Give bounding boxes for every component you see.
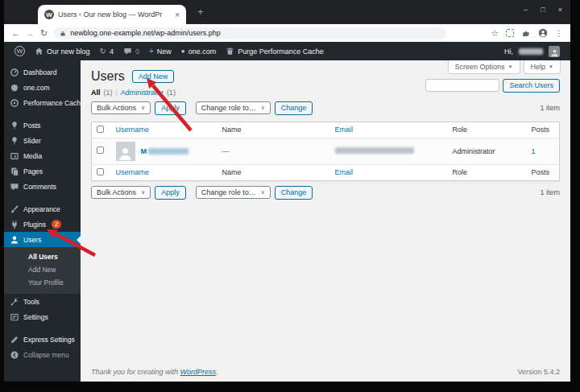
forward-icon[interactable]: → <box>26 29 35 38</box>
sidebar-item-collapse-menu[interactable]: Collapse menu <box>4 347 81 362</box>
search-users-button[interactable]: Search Users <box>503 79 560 93</box>
browser-tab-strip: W Users ‹ Our new blog — WordPr × + – □ … <box>4 0 570 24</box>
column-posts: Posts <box>527 164 560 180</box>
change-role-select[interactable]: Change role to… ∨ <box>196 186 271 199</box>
username-link[interactable]: M <box>141 147 189 155</box>
sidebar-item-dashboard[interactable]: Dashboard <box>4 64 81 80</box>
sidebar-item-users[interactable]: Users <box>4 232 81 247</box>
browser-profile-icon[interactable] <box>538 28 548 38</box>
help-toggle[interactable]: Help ▼ <box>524 60 561 74</box>
my-account-menu[interactable]: Hi, <box>499 46 565 57</box>
purge-cache-menu[interactable]: Purge Performance Cache <box>221 47 329 56</box>
search-users-input[interactable] <box>425 79 499 92</box>
site-name-menu[interactable]: Our new blog <box>30 47 95 56</box>
updates-menu[interactable]: ↻ 4 <box>95 47 118 56</box>
new-content-menu[interactable]: + New <box>144 47 176 56</box>
sidebar-item-plugins[interactable]: Plugins 2 <box>4 217 81 232</box>
media-icon <box>10 151 19 161</box>
submenu-your-profile[interactable]: Your Profile <box>4 276 81 289</box>
sidebar-item-comments[interactable]: Comments <box>4 179 81 194</box>
sidebar-item-media[interactable]: Media <box>4 148 81 163</box>
main-content: Screen Options ▼ Help ▼ Users Add New Se… <box>81 60 570 382</box>
refresh-icon[interactable]: ↻ <box>40 29 48 38</box>
chevron-down-icon: ▼ <box>508 64 513 69</box>
column-email[interactable]: Email <box>335 168 354 176</box>
apply-button[interactable]: Apply <box>155 186 186 200</box>
sidebar-item-performance-cache[interactable]: Performance Cache <box>4 95 81 110</box>
sidebar-item-posts[interactable]: Posts <box>4 118 81 133</box>
wordpress-favicon-icon: W <box>44 10 54 19</box>
submenu-all-users[interactable]: All Users <box>4 250 81 263</box>
plugins-update-badge: 2 <box>52 220 61 229</box>
chevron-down-icon: ∨ <box>261 105 265 111</box>
wordpress-link[interactable]: WordPress <box>180 368 217 376</box>
circle-icon <box>10 83 19 93</box>
user-person-icon <box>10 235 19 245</box>
column-name: Name <box>218 164 330 180</box>
sidebar-item-pages[interactable]: Pages <box>4 163 81 179</box>
admin-footer: Thank you for creating with WordPress. V… <box>91 368 560 376</box>
maximize-button[interactable]: □ <box>541 6 545 14</box>
select-all-checkbox[interactable] <box>97 126 104 133</box>
window-controls: – □ × <box>524 6 562 14</box>
column-email[interactable]: Email <box>335 126 354 134</box>
blurred-username <box>519 48 543 55</box>
filter-all[interactable]: All <box>91 89 101 97</box>
column-username[interactable]: Username <box>116 126 150 134</box>
extensions-puzzle-icon[interactable] <box>521 28 531 38</box>
browser-tab[interactable]: W Users ‹ Our new blog — WordPr × <box>38 5 186 24</box>
version-label: Version 5.4.2 <box>517 368 560 376</box>
column-username[interactable]: Username <box>116 168 150 176</box>
select-all-checkbox[interactable] <box>97 168 104 175</box>
pushpin-icon <box>10 121 19 130</box>
footer-thanks: Thank you for creating with WordPress. <box>91 368 218 376</box>
wp-logo-menu[interactable]: W <box>10 46 30 56</box>
screen-options-toggle[interactable]: Screen Options ▼ <box>448 60 520 74</box>
change-role-select[interactable]: Change role to… ∨ <box>196 101 271 114</box>
sidebar-item-slider[interactable]: Slider <box>4 133 81 148</box>
sidebar-item-onecom[interactable]: one.com <box>4 80 81 95</box>
pencil-icon <box>10 335 19 345</box>
sidebar-item-express-settings[interactable]: Express Settings <box>4 332 81 347</box>
sidebar-item-settings[interactable]: Settings <box>4 309 81 324</box>
url-bar[interactable]: newblog.one-example.net/wp-admin/users.p… <box>53 27 446 39</box>
filter-administrator[interactable]: Administrator <box>121 89 164 97</box>
add-new-button[interactable]: Add New <box>132 70 175 84</box>
close-button[interactable]: × <box>558 6 562 14</box>
updates-icon: ↻ <box>100 47 106 56</box>
row-checkbox[interactable] <box>97 146 104 154</box>
browser-menu-kebab-icon[interactable]: ⋮ <box>555 29 563 38</box>
bottom-bulk-actions-bar: Bulk Actions ∨ Apply Change role to… ∨ C… <box>91 186 560 200</box>
toolbar-right-icons: ☆ ⋮ <box>491 28 563 39</box>
bookmark-star-icon[interactable]: ☆ <box>491 28 499 39</box>
top-bulk-actions-bar: Bulk Actions ∨ Apply Change role to… ∨ C… <box>91 101 560 115</box>
change-button[interactable]: Change <box>275 186 313 200</box>
pushpin-icon <box>10 136 19 146</box>
column-role: Role <box>448 164 527 180</box>
comments-menu[interactable]: 0 <box>118 47 144 56</box>
posts-count-link[interactable]: 1 <box>532 147 536 155</box>
change-button[interactable]: Change <box>275 101 313 115</box>
brush-icon <box>10 204 19 214</box>
column-role: Role <box>448 122 527 138</box>
wp-sidebar-menu: Dashboard one.com Performance Cache Post… <box>4 60 81 382</box>
back-icon[interactable]: ← <box>11 29 20 38</box>
screenshot-extension-icon[interactable] <box>506 29 514 37</box>
wp-admin-bar: W Our new blog ↻ 4 0 + New ● one.com <box>4 42 570 60</box>
settings-panel-icon <box>10 312 19 322</box>
new-tab-button[interactable]: + <box>197 6 204 18</box>
tab-close-icon[interactable]: × <box>175 10 180 19</box>
bulk-actions-select[interactable]: Bulk Actions ∨ <box>91 186 151 199</box>
minimize-button[interactable]: – <box>524 6 528 14</box>
bulk-actions-select[interactable]: Bulk Actions ∨ <box>91 101 151 114</box>
sidebar-item-appearance[interactable]: Appearance <box>4 201 81 217</box>
dashboard-gauge-icon <box>10 68 19 77</box>
cell-name: — <box>218 138 330 164</box>
url-text: newblog.one-example.net/wp-admin/users.p… <box>70 29 221 37</box>
onecom-menu[interactable]: ● one.com <box>176 47 221 56</box>
submenu-add-new[interactable]: Add New <box>4 263 81 276</box>
apply-button[interactable]: Apply <box>155 101 186 115</box>
chevron-down-icon: ∨ <box>261 189 265 196</box>
sidebar-item-tools[interactable]: Tools <box>4 294 81 309</box>
user-avatar <box>549 46 560 57</box>
